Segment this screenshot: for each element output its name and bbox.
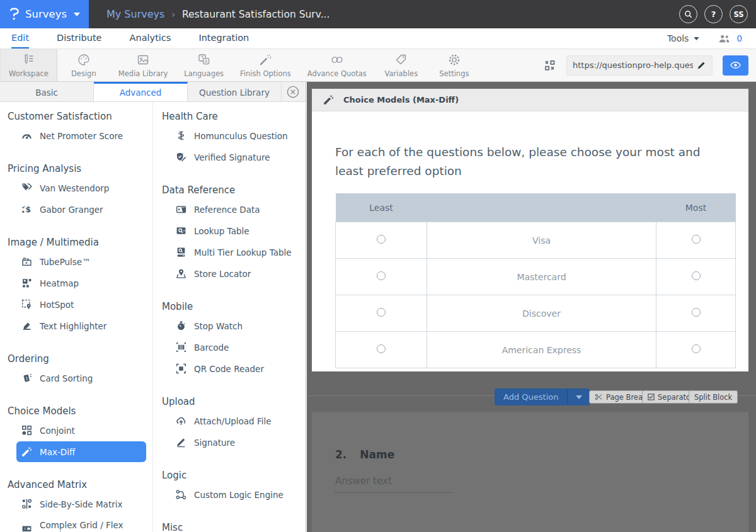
collaborators-button[interactable]: 0: [718, 33, 742, 43]
radio-most-visa[interactable]: [692, 235, 701, 244]
question-type-max-diff[interactable]: Max-Diff: [16, 441, 146, 462]
question-type-multi-tier-lookup-table[interactable]: Multi Tier Lookup Table: [171, 242, 299, 263]
add-question-dropdown[interactable]: [567, 388, 590, 405]
least-cell: [336, 295, 427, 332]
question-type-barcode[interactable]: Barcode: [171, 337, 299, 358]
preview-button[interactable]: [723, 55, 748, 76]
split-block-button[interactable]: Split Block: [689, 390, 738, 404]
section-title: Misc: [162, 522, 305, 532]
column-header-spacer: [427, 193, 656, 222]
tools-menu[interactable]: Tools: [667, 33, 700, 43]
breadcrumb-my-surveys[interactable]: My Surveys: [106, 8, 164, 20]
question-type-custom-logic-engine[interactable]: Custom Logic Engine: [171, 484, 299, 505]
question-type-stop-watch[interactable]: Stop Watch: [171, 315, 299, 336]
scissors-icon: [595, 393, 603, 400]
panel-tab-question-library[interactable]: Question Library: [188, 82, 282, 101]
clapper-icon: [21, 256, 32, 267]
chevron-down-icon: [694, 37, 699, 40]
question-type-verified-signature[interactable]: Verified Signature: [171, 147, 299, 167]
question-type-side-by-side-matrix[interactable]: Side-By-Side Matrix: [16, 494, 146, 514]
price-check-icon: $: [21, 204, 32, 215]
add-question-split-button: Add Question: [495, 388, 590, 405]
tab-edit[interactable]: Edit: [11, 28, 29, 48]
toolbar-advance-quotas[interactable]: Advance Quotas: [299, 49, 375, 81]
section-title: Upload: [162, 396, 305, 407]
checkbox-icon: [648, 393, 655, 400]
question-type-complex-grid-flex-matrix[interactable]: IComplex Grid / Flex Matrix: [16, 515, 146, 532]
app-logo-surveys-menu[interactable]: Surveys: [0, 0, 89, 28]
tab-analytics[interactable]: Analytics: [130, 28, 171, 48]
question-type-lookup-table[interactable]: Lookup Table: [171, 220, 299, 241]
product-name: Surveys: [25, 8, 67, 20]
question-type-label: QR Code Reader: [194, 364, 264, 374]
maxdiff-table: LeastMostVisaMastercardDiscoverAmerican …: [335, 193, 736, 368]
survey-url-field[interactable]: https://questionpro-help.questionpr: [566, 55, 713, 76]
question-type-van-westendorp[interactable]: Van Westendorp: [16, 178, 146, 198]
question-type-tubepulse[interactable]: TubePulse™: [16, 251, 146, 272]
question-type-qr-code-reader[interactable]: QR Code Reader: [171, 358, 299, 379]
close-panel-button[interactable]: [286, 82, 306, 101]
question-type-attach-upload-file[interactable]: Attach/Upload File: [171, 410, 299, 431]
question-type-conjoint[interactable]: Conjoint: [16, 420, 146, 441]
toolbar-media-library[interactable]: Media Library: [110, 49, 176, 81]
nav-right: Tools 0: [667, 33, 756, 43]
radio-least-visa[interactable]: [377, 235, 386, 244]
toolbar-variables[interactable]: Variables: [375, 49, 428, 81]
answer-text-input[interactable]: Answer text: [335, 475, 454, 493]
toolbar-design[interactable]: Design: [57, 49, 110, 81]
radio-most-mastercard[interactable]: [692, 271, 701, 280]
toolbar-workspace[interactable]: Workspace: [0, 49, 57, 81]
question-type-label: Homunculus Question: [194, 131, 288, 141]
section-misc: Misc: [162, 522, 305, 532]
toolbar-items: WorkspaceDesignMedia Library*ALanguagesF…: [0, 49, 481, 81]
svg-text:$: $: [25, 205, 31, 214]
avatar[interactable]: SS: [730, 5, 748, 23]
column-header-most: Most: [656, 193, 736, 222]
toolbar-label: Workspace: [9, 69, 49, 78]
toolbar-settings[interactable]: Settings: [428, 49, 481, 81]
chevron-down-icon: [576, 395, 582, 399]
radio-most-american-express[interactable]: [692, 344, 701, 353]
breadcrumb-separator: ›: [171, 9, 175, 20]
page-break-label: Page Break: [606, 393, 647, 402]
question-type-gabor-granger[interactable]: $Gabor Granger: [16, 199, 146, 220]
toolbar-finish-options[interactable]: Finish Options: [232, 49, 299, 81]
edit-url-pencil-icon[interactable]: [697, 60, 706, 70]
radio-most-discover[interactable]: [692, 308, 701, 317]
toolbar-label: Finish Options: [240, 69, 291, 78]
qr-code-button[interactable]: [544, 59, 556, 72]
question-number: 2.: [335, 448, 346, 461]
verified-signature-icon: [176, 152, 186, 162]
panel-tab-basic[interactable]: Basic: [0, 82, 94, 101]
search-button[interactable]: [679, 5, 697, 23]
next-question-card[interactable]: 2. Name Answer text: [312, 412, 748, 532]
section-title: Logic: [162, 470, 305, 481]
radio-least-mastercard[interactable]: [377, 271, 386, 280]
tab-distribute[interactable]: Distribute: [57, 28, 101, 48]
question-type-homunculus-question[interactable]: Homunculus Question: [171, 125, 299, 146]
settings-icon: [447, 53, 461, 67]
toolbar-right: https://questionpro-help.questionpr: [544, 49, 756, 81]
question-type-card-sorting[interactable]: 1Card Sorting: [16, 368, 146, 388]
panel-tab-advanced[interactable]: Advanced: [94, 82, 188, 101]
question-type-hotspot[interactable]: HotSpot: [16, 294, 146, 315]
help-button[interactable]: ?: [704, 5, 723, 23]
question-type-text-highlighter[interactable]: Text Highlighter: [16, 315, 146, 336]
question-type-label: Verified Signature: [194, 152, 270, 162]
question-type-signature[interactable]: Signature: [171, 432, 299, 453]
question-type-label: Gabor Granger: [40, 205, 103, 215]
question-type-label: Net Promoter Score: [40, 131, 123, 141]
section-logic: LogicCustom Logic Engine: [162, 470, 305, 505]
add-question-button[interactable]: Add Question: [495, 388, 567, 405]
radio-least-discover[interactable]: [377, 308, 386, 317]
question-type-label: Van Westendorp: [40, 183, 109, 193]
question-type-reference-data[interactable]: Reference Data: [171, 199, 299, 220]
question-type-store-locator[interactable]: Store Locator: [171, 263, 299, 284]
option-cell: Visa: [427, 222, 656, 259]
toolbar-languages[interactable]: *ALanguages: [176, 49, 232, 81]
tab-integration[interactable]: Integration: [198, 28, 249, 48]
question-types-panel: BasicAdvancedQuestion Library Customer S…: [0, 82, 306, 532]
question-type-net-promoter-score[interactable]: Net Promoter Score: [16, 125, 146, 146]
question-type-heatmap[interactable]: Heatmap: [16, 273, 146, 293]
radio-least-american-express[interactable]: [377, 344, 386, 353]
